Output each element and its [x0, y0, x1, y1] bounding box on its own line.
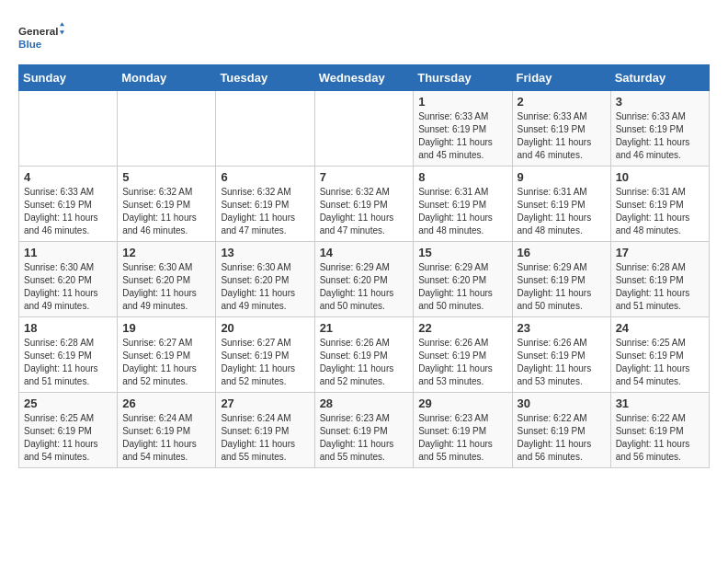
day-info: Sunrise: 6:25 AM Sunset: 6:19 PM Dayligh…: [616, 337, 704, 388]
calendar-cell: 22 Sunrise: 6:26 AM Sunset: 6:19 PM Dayl…: [414, 317, 512, 393]
day-info: Sunrise: 6:31 AM Sunset: 6:19 PM Dayligh…: [616, 186, 704, 237]
day-number: 31: [616, 396, 704, 410]
day-number: 4: [24, 170, 112, 184]
calendar-cell: 20 Sunrise: 6:27 AM Sunset: 6:19 PM Dayl…: [216, 317, 314, 393]
calendar-cell: 25 Sunrise: 6:25 AM Sunset: 6:19 PM Dayl…: [19, 393, 118, 468]
calendar-cell: 16 Sunrise: 6:29 AM Sunset: 6:19 PM Dayl…: [512, 242, 610, 317]
day-info: Sunrise: 6:30 AM Sunset: 6:20 PM Dayligh…: [24, 261, 112, 313]
day-info: Sunrise: 6:28 AM Sunset: 6:19 PM Dayligh…: [616, 261, 704, 313]
calendar-cell: 8 Sunrise: 6:31 AM Sunset: 6:19 PM Dayli…: [414, 167, 512, 242]
day-header-sunday: Sunday: [19, 65, 118, 91]
day-info: Sunrise: 6:30 AM Sunset: 6:20 PM Dayligh…: [221, 261, 309, 313]
day-number: 30: [518, 396, 606, 410]
day-info: Sunrise: 6:29 AM Sunset: 6:20 PM Dayligh…: [320, 261, 409, 313]
day-info: Sunrise: 6:23 AM Sunset: 6:19 PM Dayligh…: [418, 412, 506, 464]
week-row-2: 4 Sunrise: 6:33 AM Sunset: 6:19 PM Dayli…: [19, 167, 710, 242]
day-info: Sunrise: 6:31 AM Sunset: 6:19 PM Dayligh…: [418, 186, 506, 237]
day-info: Sunrise: 6:33 AM Sunset: 6:19 PM Dayligh…: [418, 110, 506, 162]
calendar-cell: [314, 91, 414, 167]
day-info: Sunrise: 6:23 AM Sunset: 6:19 PM Dayligh…: [320, 412, 409, 464]
day-info: Sunrise: 6:29 AM Sunset: 6:19 PM Dayligh…: [518, 261, 606, 313]
calendar-cell: 21 Sunrise: 6:26 AM Sunset: 6:19 PM Dayl…: [314, 317, 414, 393]
day-number: 27: [221, 396, 309, 410]
day-number: 11: [24, 246, 112, 259]
day-number: 5: [122, 170, 210, 184]
day-number: 17: [616, 246, 704, 259]
day-info: Sunrise: 6:26 AM Sunset: 6:19 PM Dayligh…: [518, 337, 606, 388]
day-info: Sunrise: 6:33 AM Sunset: 6:19 PM Dayligh…: [616, 110, 704, 162]
day-header-tuesday: Tuesday: [216, 65, 314, 91]
day-info: Sunrise: 6:27 AM Sunset: 6:19 PM Dayligh…: [122, 337, 210, 388]
day-number: 10: [616, 170, 704, 184]
week-row-3: 11 Sunrise: 6:30 AM Sunset: 6:20 PM Dayl…: [19, 242, 710, 317]
calendar-cell: 9 Sunrise: 6:31 AM Sunset: 6:19 PM Dayli…: [512, 167, 610, 242]
day-number: 15: [418, 246, 506, 259]
day-info: Sunrise: 6:25 AM Sunset: 6:19 PM Dayligh…: [24, 412, 112, 464]
svg-marker-3: [60, 30, 64, 34]
day-number: 24: [616, 321, 704, 335]
day-info: Sunrise: 6:26 AM Sunset: 6:19 PM Dayligh…: [320, 337, 409, 388]
calendar-cell: 12 Sunrise: 6:30 AM Sunset: 6:20 PM Dayl…: [118, 242, 216, 317]
calendar-cell: 26 Sunrise: 6:24 AM Sunset: 6:19 PM Dayl…: [118, 393, 216, 468]
calendar-cell: 3 Sunrise: 6:33 AM Sunset: 6:19 PM Dayli…: [610, 91, 709, 167]
calendar-cell: 18 Sunrise: 6:28 AM Sunset: 6:19 PM Dayl…: [19, 317, 118, 393]
day-number: 25: [24, 396, 112, 410]
calendar-cell: [19, 91, 118, 167]
day-number: 19: [122, 321, 210, 335]
calendar-cell: 1 Sunrise: 6:33 AM Sunset: 6:19 PM Dayli…: [414, 91, 512, 167]
day-number: 9: [518, 170, 606, 184]
day-number: 2: [518, 95, 606, 109]
day-number: 23: [518, 321, 606, 335]
week-row-5: 25 Sunrise: 6:25 AM Sunset: 6:19 PM Dayl…: [19, 393, 710, 468]
day-number: 26: [122, 396, 210, 410]
day-info: Sunrise: 6:32 AM Sunset: 6:19 PM Dayligh…: [221, 186, 309, 237]
calendar-cell: 15 Sunrise: 6:29 AM Sunset: 6:20 PM Dayl…: [414, 242, 512, 317]
day-info: Sunrise: 6:32 AM Sunset: 6:19 PM Dayligh…: [122, 186, 210, 237]
day-number: 16: [518, 246, 606, 259]
day-info: Sunrise: 6:32 AM Sunset: 6:19 PM Dayligh…: [320, 186, 409, 237]
calendar-cell: 2 Sunrise: 6:33 AM Sunset: 6:19 PM Dayli…: [512, 91, 610, 167]
day-info: Sunrise: 6:29 AM Sunset: 6:20 PM Dayligh…: [418, 261, 506, 313]
svg-text:General: General: [18, 25, 58, 37]
day-number: 6: [221, 170, 309, 184]
day-header-row: SundayMondayTuesdayWednesdayThursdayFrid…: [19, 65, 710, 91]
calendar-cell: 29 Sunrise: 6:23 AM Sunset: 6:19 PM Dayl…: [414, 393, 512, 468]
day-number: 7: [320, 170, 409, 184]
day-number: 28: [320, 396, 409, 410]
calendar-cell: 31 Sunrise: 6:22 AM Sunset: 6:19 PM Dayl…: [610, 393, 709, 468]
calendar-cell: 13 Sunrise: 6:30 AM Sunset: 6:20 PM Dayl…: [216, 242, 314, 317]
day-info: Sunrise: 6:22 AM Sunset: 6:19 PM Dayligh…: [616, 412, 704, 464]
day-info: Sunrise: 6:33 AM Sunset: 6:19 PM Dayligh…: [518, 110, 606, 162]
day-info: Sunrise: 6:26 AM Sunset: 6:19 PM Dayligh…: [418, 337, 506, 388]
svg-marker-2: [60, 22, 64, 26]
day-header-monday: Monday: [118, 65, 216, 91]
day-info: Sunrise: 6:33 AM Sunset: 6:19 PM Dayligh…: [24, 186, 112, 237]
calendar-cell: 4 Sunrise: 6:33 AM Sunset: 6:19 PM Dayli…: [19, 167, 118, 242]
calendar-cell: [118, 91, 216, 167]
day-info: Sunrise: 6:30 AM Sunset: 6:20 PM Dayligh…: [122, 261, 210, 313]
day-info: Sunrise: 6:24 AM Sunset: 6:19 PM Dayligh…: [221, 412, 309, 464]
day-number: 12: [122, 246, 210, 259]
day-number: 21: [320, 321, 409, 335]
calendar-cell: 7 Sunrise: 6:32 AM Sunset: 6:19 PM Dayli…: [314, 167, 414, 242]
page-header: General Blue: [18, 18, 710, 55]
week-row-4: 18 Sunrise: 6:28 AM Sunset: 6:19 PM Dayl…: [19, 317, 710, 393]
calendar-cell: 5 Sunrise: 6:32 AM Sunset: 6:19 PM Dayli…: [118, 167, 216, 242]
day-info: Sunrise: 6:24 AM Sunset: 6:19 PM Dayligh…: [122, 412, 210, 464]
calendar-cell: 14 Sunrise: 6:29 AM Sunset: 6:20 PM Dayl…: [314, 242, 414, 317]
calendar-cell: 19 Sunrise: 6:27 AM Sunset: 6:19 PM Dayl…: [118, 317, 216, 393]
calendar-cell: 28 Sunrise: 6:23 AM Sunset: 6:19 PM Dayl…: [314, 393, 414, 468]
calendar-cell: 23 Sunrise: 6:26 AM Sunset: 6:19 PM Dayl…: [512, 317, 610, 393]
calendar-table: SundayMondayTuesdayWednesdayThursdayFrid…: [18, 64, 710, 468]
day-header-wednesday: Wednesday: [314, 65, 414, 91]
day-number: 13: [221, 246, 309, 259]
day-info: Sunrise: 6:31 AM Sunset: 6:19 PM Dayligh…: [518, 186, 606, 237]
day-header-thursday: Thursday: [414, 65, 512, 91]
calendar-cell: [216, 91, 314, 167]
week-row-1: 1 Sunrise: 6:33 AM Sunset: 6:19 PM Dayli…: [19, 91, 710, 167]
day-number: 22: [418, 321, 506, 335]
day-info: Sunrise: 6:27 AM Sunset: 6:19 PM Dayligh…: [221, 337, 309, 388]
day-number: 29: [418, 396, 506, 410]
calendar-cell: 30 Sunrise: 6:22 AM Sunset: 6:19 PM Dayl…: [512, 393, 610, 468]
day-number: 8: [418, 170, 506, 184]
